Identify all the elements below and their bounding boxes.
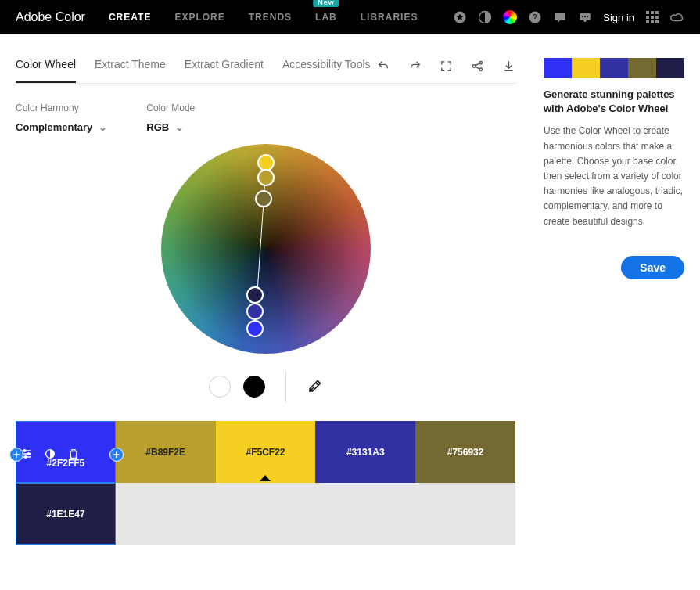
mode-dropdown[interactable]: RGB ⌄	[146, 121, 195, 133]
preview-swatch	[628, 58, 656, 78]
bw-row	[209, 371, 322, 402]
fullscreen-icon[interactable]	[439, 59, 453, 73]
nav-create[interactable]: CREATE	[109, 12, 151, 23]
preview-swatch	[656, 58, 684, 78]
swatch-hex: #756932	[447, 447, 484, 458]
wheel-handle[interactable]	[246, 286, 264, 304]
subtab-row: Color Wheel Extract Theme Extract Gradie…	[16, 58, 515, 84]
swatch-row: #1E1E47	[16, 483, 515, 545]
color-wheel-icon[interactable]	[503, 10, 517, 24]
swatch-tools	[20, 448, 80, 460]
preview-swatch	[572, 58, 600, 78]
swatch[interactable]: #756932	[415, 421, 515, 483]
star-icon[interactable]	[453, 10, 467, 24]
save-button[interactable]: Save	[621, 256, 684, 279]
new-badge: New	[313, 0, 339, 7]
swatch-empty[interactable]	[315, 483, 415, 545]
wheel-handle[interactable]	[255, 190, 272, 207]
svg-point-12	[23, 450, 26, 452]
swatch-row: #2F2FF5+#B89F2E+#F5CF22#3131A3#756932	[16, 421, 515, 483]
chat-icon[interactable]	[578, 10, 592, 24]
swatch-hex: #3131A3	[346, 447, 385, 458]
chevron-down-icon: ⌄	[175, 121, 184, 133]
nav-lab-label: LAB	[315, 12, 337, 23]
swatch-empty[interactable]	[415, 483, 515, 545]
brand-name: Adobe Color	[16, 10, 85, 24]
wheel-area	[16, 139, 515, 402]
panel-title: Generate stunning palettes with Adobe's …	[544, 88, 684, 116]
add-swatch-button[interactable]: +	[109, 448, 124, 462]
panel-body: Use the Color Wheel to create harmonious…	[544, 124, 684, 228]
swatch-empty[interactable]	[216, 483, 316, 545]
nav-links: CREATE EXPLORE TRENDS LAB New LIBRARIES	[109, 12, 453, 23]
sign-in-link[interactable]: Sign in	[603, 12, 634, 23]
undo-icon[interactable]	[376, 59, 390, 73]
save-row: Save	[544, 256, 684, 279]
download-icon[interactable]	[501, 59, 515, 73]
main: Color Wheel Extract Theme Extract Gradie…	[0, 34, 700, 545]
swatch-hex: #1E1E47	[46, 509, 84, 520]
eyedropper-icon[interactable]	[307, 379, 322, 394]
contrast-icon[interactable]	[44, 448, 56, 460]
tab-extract-theme[interactable]: Extract Theme	[95, 58, 166, 83]
subtabs: Color Wheel Extract Theme Extract Gradie…	[16, 58, 376, 83]
swatch-hex: #B89F2E	[145, 447, 185, 458]
sliders-icon[interactable]	[20, 448, 33, 460]
left-column: Color Wheel Extract Theme Extract Gradie…	[16, 58, 515, 545]
separator	[285, 371, 286, 402]
nav-libraries[interactable]: LIBRARIES	[361, 12, 418, 23]
swatch-grid: #2F2FF5+#B89F2E+#F5CF22#3131A3#756932 #1…	[16, 421, 515, 545]
nav-icons: ? Sign in	[453, 10, 684, 24]
swatch-empty[interactable]	[116, 483, 216, 545]
base-marker-icon	[260, 475, 271, 481]
mode-value: RGB	[146, 121, 169, 133]
help-icon[interactable]: ?	[528, 10, 542, 24]
harmony-group: Color Harmony Complementary ⌄	[16, 103, 107, 133]
harmony-dropdown[interactable]: Complementary ⌄	[16, 121, 107, 133]
svg-rect-4	[555, 13, 566, 20]
feedback-icon[interactable]	[553, 10, 567, 24]
wheel-handle[interactable]	[246, 303, 264, 320]
svg-point-14	[24, 456, 27, 459]
mode-label: Color Mode	[146, 103, 195, 113]
white-toggle[interactable]	[209, 376, 231, 398]
harmony-value: Complementary	[16, 121, 92, 133]
color-wheel[interactable]	[161, 144, 371, 354]
mode-group: Color Mode RGB ⌄	[146, 103, 195, 133]
wheel-handle[interactable]	[246, 320, 264, 337]
swatch-hex: #F5CF22	[246, 447, 285, 458]
tab-accessibility[interactable]: Accessibility Tools	[282, 58, 371, 83]
top-nav: Adobe Color CREATE EXPLORE TRENDS LAB Ne…	[0, 0, 700, 34]
svg-point-8	[587, 16, 588, 17]
contrast-icon[interactable]	[478, 10, 492, 24]
chevron-down-icon: ⌄	[99, 121, 107, 133]
svg-point-7	[584, 16, 586, 17]
trash-icon[interactable]	[67, 448, 80, 460]
preview-swatch	[544, 58, 572, 78]
wheel-handle[interactable]	[257, 169, 275, 186]
toolbar-actions	[376, 59, 515, 82]
svg-point-6	[582, 16, 583, 17]
swatch[interactable]: #B89F2E+	[116, 421, 216, 483]
apps-icon[interactable]	[645, 10, 659, 24]
share-icon[interactable]	[470, 59, 484, 73]
swatch[interactable]: #F5CF22	[216, 421, 316, 483]
harmony-label: Color Harmony	[16, 103, 107, 113]
tab-extract-gradient[interactable]: Extract Gradient	[185, 58, 264, 83]
swatch[interactable]: #3131A3	[315, 421, 415, 483]
black-toggle[interactable]	[243, 376, 265, 398]
nav-explore[interactable]: EXPLORE	[174, 12, 224, 23]
svg-text:?: ?	[533, 13, 537, 22]
right-panel: Generate stunning palettes with Adobe's …	[544, 58, 684, 545]
svg-point-13	[27, 453, 30, 455]
dropdown-row: Color Harmony Complementary ⌄ Color Mode…	[16, 103, 515, 133]
nav-lab[interactable]: LAB New	[315, 12, 337, 23]
preview-swatch	[600, 58, 628, 78]
nav-trends[interactable]: TRENDS	[249, 12, 292, 23]
redo-icon[interactable]	[407, 59, 422, 73]
creative-cloud-icon[interactable]	[670, 10, 684, 24]
swatch[interactable]: #1E1E47	[16, 483, 116, 545]
swatch[interactable]: #2F2FF5+	[16, 421, 116, 483]
palette-preview	[544, 58, 684, 78]
tab-color-wheel[interactable]: Color Wheel	[16, 58, 76, 83]
